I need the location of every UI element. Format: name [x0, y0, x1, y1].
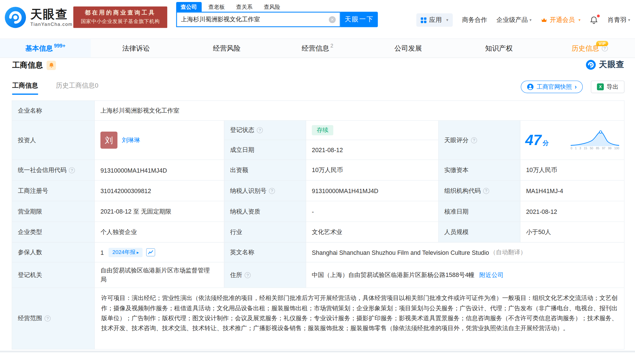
tianyancha-watermark-icon — [586, 59, 596, 70]
search-tab-company[interactable]: 查公司 — [176, 2, 201, 13]
user-menu[interactable]: 肖青羽 — [608, 16, 630, 24]
score-cell[interactable]: 47 分 0 1 3 15 50 85 — [520, 121, 624, 160]
slogan-line2: 国家中小企业发展子基金旗下机构 — [81, 18, 160, 25]
table-row-reg-status: 登记状态 存续 — [224, 121, 438, 140]
crown-icon — [541, 16, 548, 23]
subtab-history-registration[interactable]: 历史工商信息0 — [56, 81, 98, 95]
field-label: 纳税人识别号 — [230, 187, 266, 195]
help-icon[interactable] — [483, 188, 489, 194]
score-curve-chart — [571, 130, 619, 146]
credit-code-value: 91310000MA1H41MJ4D — [95, 160, 224, 181]
search-button[interactable]: 天眼一下 — [341, 12, 378, 27]
investor-avatar[interactable]: 刘 — [100, 132, 117, 149]
status-badge: 存续 — [312, 125, 333, 135]
paid-capital-value: 10万人民币 — [520, 160, 624, 181]
business-cooperation-link[interactable]: 商务合作 — [462, 16, 487, 24]
field-label: 人员规模 — [438, 222, 520, 243]
field-label-wrap: 登记状态 — [224, 121, 306, 140]
help-icon[interactable] — [471, 137, 477, 143]
vip-upgrade-link[interactable]: 开通会员 — [541, 16, 581, 24]
tab-label: 公司发展 — [394, 44, 422, 53]
tab-label: 经营信息 — [302, 44, 329, 53]
tab-company-development[interactable]: 公司发展 — [363, 39, 454, 58]
official-snapshot-button[interactable]: 工商官网快照 — [521, 80, 583, 93]
tab-label: 知识产权 — [485, 44, 513, 53]
field-label: 营业期限 — [12, 201, 95, 222]
search-tab-risk[interactable]: 查风险 — [259, 2, 285, 13]
staff-size-value: 小于50人 — [520, 222, 624, 243]
tab-legal-proceedings[interactable]: 法律诉讼 — [91, 39, 181, 58]
english-name-cell: Shanghai Shanchuan Shuzhou Film and Tele… — [306, 243, 624, 262]
table-row-investor: 投资人 刘 刘琳琳 登记状态 存续 成立日期 2021-08-12 — [12, 121, 624, 160]
field-label-wrap: 纳税人识别号 — [224, 181, 306, 201]
apps-grid-icon — [421, 17, 426, 23]
search-tab-relation[interactable]: 查关系 — [232, 2, 257, 13]
tab-count-badge: 999+ — [54, 43, 65, 49]
tab-basic-info[interactable]: 基本信息 999+ — [0, 39, 91, 58]
nearby-companies-link[interactable]: 附近公司 — [479, 271, 504, 279]
bell-icon — [590, 16, 598, 24]
brand-slogan-banner: 都在用的商业查询工具 国家中小企业发展子基金旗下机构 — [73, 7, 167, 28]
tab-operation-risk[interactable]: 经营风险 — [181, 39, 272, 58]
axis-tick: 3 — [579, 147, 581, 150]
username: 肖青羽 — [608, 16, 626, 24]
tab-intellectual-property[interactable]: 知识产权 — [454, 39, 544, 58]
tab-history-info[interactable]: VIP 历史信息 — [544, 39, 635, 58]
investor-link[interactable]: 刘琳琳 — [122, 136, 140, 144]
field-label: 企业类型 — [12, 222, 95, 243]
field-label-wrap: 天眼评分 — [438, 121, 520, 160]
logo-text-en: TianYanCha.com — [30, 22, 73, 27]
score-number: 47 分 — [525, 132, 549, 149]
establish-date-value: 2021-08-12 — [306, 140, 439, 160]
help-icon[interactable] — [257, 127, 263, 133]
table-row-credit-code: 统一社会信用代码 91310000MA1H41MJ4D 出资额 10万人民币 实… — [12, 160, 624, 181]
help-icon[interactable] — [269, 188, 275, 194]
capital-value: 10万人民币 — [306, 160, 439, 181]
notifications-bell[interactable] — [590, 16, 598, 24]
help-icon[interactable] — [69, 167, 75, 173]
help-icon[interactable] — [45, 315, 51, 321]
chevron-right-icon — [575, 83, 577, 90]
field-label: 参保人数 — [12, 243, 95, 262]
axis-tick: 99 — [608, 147, 611, 150]
export-button[interactable]: 导出 — [591, 80, 624, 93]
trend-chart-icon[interactable] — [146, 248, 155, 256]
table-row-establish-date: 成立日期 2021-08-12 — [224, 140, 438, 160]
field-label: 行业 — [224, 222, 306, 243]
axis-tick: 0 — [571, 147, 572, 150]
tab-business-info[interactable]: 经营信息 2 — [272, 39, 363, 58]
annual-report-tag[interactable]: 2024年报 — [109, 248, 142, 257]
search-input[interactable] — [181, 16, 329, 23]
field-label-wrap: 组织机构代码 — [438, 181, 520, 201]
enterprise-products-label: 企业级产品 — [497, 16, 528, 24]
axis-tick: 97 — [602, 147, 605, 150]
slogan-line1: 都在用的商业查询工具 — [85, 9, 156, 17]
table-row-insured: 参保人数 1 2024年报 英文名称 Shanghai Shanchuan Sh… — [12, 243, 624, 262]
watermark-text: 天眼查 — [599, 59, 624, 70]
table-row-reg-number: 工商注册号 310142000309812 纳税人识别号 91310000MA1… — [12, 181, 624, 201]
axis-tick: 1 — [575, 147, 577, 150]
search-tab-boss[interactable]: 查老板 — [204, 2, 229, 13]
top-header: 天眼查 TianYanCha.com 都在用的商业查询工具 国家中小企业发展子基… — [0, 0, 635, 38]
field-label: 企业名称 — [12, 101, 95, 121]
subtab-business-registration[interactable]: 工商信息 — [12, 81, 38, 95]
field-label: 英文名称 — [224, 243, 306, 262]
table-row-business-scope: 经营范围 许可项目：演出经纪；营业性演出（依法须经批准的项目，经相关部门批准后方… — [12, 288, 624, 349]
help-icon[interactable] — [245, 272, 251, 278]
apps-menu[interactable]: 应用 — [416, 13, 453, 27]
section-actions: 工商官网快照 导出 — [521, 80, 624, 93]
tianyancha-logo[interactable]: 天眼查 TianYanCha.com — [4, 6, 73, 29]
field-label: 登记状态 — [230, 126, 254, 134]
section-header: 工商信息 — [12, 60, 56, 71]
enterprise-products-menu[interactable]: 企业级产品 — [497, 16, 531, 24]
score-chart: 0 1 3 15 50 85 97 99 100 — [571, 130, 619, 150]
section-title: 工商信息 — [12, 60, 43, 71]
axis-tick: 15 — [584, 147, 587, 150]
monitor-bell-icon[interactable] — [47, 61, 56, 70]
field-label: 天眼评分 — [444, 136, 468, 144]
reg-number-value: 310142000309812 — [95, 181, 224, 201]
field-label: 登记机关 — [12, 262, 95, 288]
clear-search-icon[interactable] — [329, 16, 336, 23]
status-date-block: 登记状态 存续 成立日期 2021-08-12 — [224, 121, 438, 160]
notification-dot — [597, 15, 600, 17]
